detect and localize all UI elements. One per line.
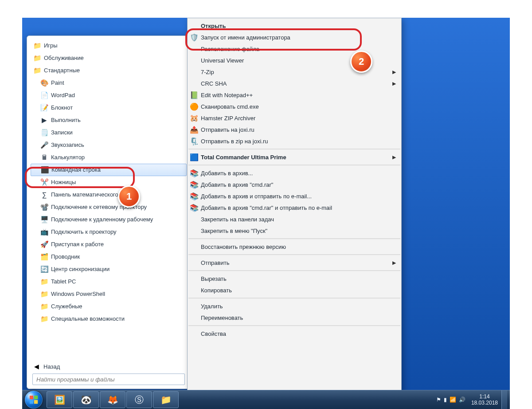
totalcmd-icon: 🟦 [188, 153, 201, 161]
explorer-icon: 🗂️ [40, 253, 48, 261]
start-menu-item[interactable]: 🗒️Записки [31, 126, 187, 139]
shield-icon: 🛡️ [188, 33, 201, 42]
cmd-icon: ⬛ [41, 166, 49, 174]
back-arrow-icon: ◀ [34, 363, 39, 370]
system-tray[interactable]: ⚑▮📶🔊 1:14 18.03.2018 [435, 393, 498, 406]
taskbar-button-app-firefox[interactable]: 🦊 [100, 391, 125, 408]
joxi-zip-icon: 🗜️ [188, 137, 201, 146]
submenu-arrow-icon: ▶ [392, 260, 396, 266]
start-menu-item-label: Подключение к сетевому проектору [51, 203, 147, 212]
start-menu-item[interactable]: 🖩Калькулятор [31, 151, 187, 164]
context-menu-item[interactable]: 📤Отправить на joxi.ru [188, 124, 401, 135]
context-menu-item-label: Расположение файла [201, 46, 396, 52]
context-menu-item-label: Добавить в архив и отправить по e-mail..… [201, 193, 396, 200]
taskbar-button-app-explorer[interactable]: 📁 [153, 391, 179, 408]
start-menu-search-wrap [29, 374, 188, 385]
start-menu-item[interactable]: 📄WordPad [31, 89, 187, 102]
context-menu-item-label: Удалить [201, 303, 396, 310]
joxi-icon: 📤 [188, 126, 201, 134]
context-menu-item[interactable]: 🛡️Запуск от имени администратора [188, 31, 401, 43]
context-menu-item[interactable]: Удалить [188, 300, 401, 312]
context-menu-separator [188, 270, 400, 271]
context-menu-item-label: Копировать [201, 287, 396, 294]
folder-icon: 📁 [40, 303, 48, 311]
search-input[interactable] [32, 374, 185, 385]
tray-icon[interactable]: ▮ [444, 397, 447, 403]
show-desktop-button[interactable] [501, 390, 507, 409]
winrar-icon: 📚 [188, 181, 201, 189]
tray-clock[interactable]: 1:14 18.03.2018 [471, 393, 498, 406]
app-panda-icon: 🐼 [81, 394, 92, 405]
context-menu-item[interactable]: 🐹Hamster ZIP Archiver [188, 112, 401, 124]
context-menu-item[interactable]: 📚Добавить в архив... [188, 167, 401, 179]
context-menu-item[interactable]: 7-Zip▶ [188, 66, 401, 78]
start-menu-item[interactable]: 📁Игры [31, 39, 187, 52]
context-menu-item[interactable]: 📚Добавить в архив "cmd.rar" [188, 179, 401, 190]
context-menu-item-label: Переименовать [201, 315, 396, 321]
start-menu-item[interactable]: 🎨Paint [31, 77, 187, 89]
context-menu-item[interactable]: 📚Добавить в архив и отправить по e-mail.… [188, 190, 401, 202]
start-menu-item[interactable]: 📁Windows PowerShell [31, 288, 187, 300]
start-menu-item[interactable]: 📁Специальные возможности [31, 313, 187, 325]
tray-icon[interactable]: ⚑ [436, 397, 441, 403]
context-menu-item[interactable]: CRC SHA▶ [188, 78, 401, 89]
start-menu-item[interactable]: ⬛Командная строка [31, 164, 187, 176]
start-menu-item[interactable]: 📁Tablet PC [31, 275, 187, 288]
context-menu-item-label: Восстановить прежнюю версию [201, 244, 396, 250]
tray-time: 1:14 [471, 393, 498, 400]
context-menu-item[interactable]: Свойства [188, 328, 401, 339]
start-button[interactable] [25, 391, 43, 409]
taskbar: 🖼️🐼🦊Ⓢ📁 ⚑▮📶🔊 1:14 18.03.2018 [22, 390, 510, 409]
context-menu-item-label: Вырезать [201, 275, 396, 282]
context-menu-item-label: Total Commander Ultima Prime [201, 154, 392, 161]
start-menu-item[interactable]: 📁Обслуживание [31, 52, 187, 64]
submenu-arrow-icon: ▶ [392, 69, 396, 75]
context-menu-item[interactable]: Universal Viewer [188, 55, 401, 66]
context-menu-item-label: CRC SHA [201, 80, 392, 87]
start-menu-item[interactable]: 📺Подключить к проектору [31, 226, 187, 238]
context-menu-item[interactable]: 🟠Сканировать cmd.exe [188, 101, 401, 112]
start-menu-item-label: Блокнот [51, 103, 73, 112]
start-menu-item-label: Игры [44, 41, 58, 50]
context-menu-item[interactable]: Отправить▶ [188, 257, 401, 268]
start-menu-item[interactable]: 📽️Подключение к сетевому проектору [31, 201, 187, 213]
taskbar-button-app-unknown[interactable]: 🖼️ [47, 391, 72, 408]
start-menu-item-label: Служебные [51, 302, 82, 311]
context-menu-item[interactable]: 📗Edit with Notepad++ [188, 89, 401, 101]
taskbar-button-app-skype[interactable]: Ⓢ [126, 391, 152, 408]
avast-icon: 🟠 [188, 102, 201, 111]
start-menu-item[interactable]: ∑Панель математического ввода [31, 189, 187, 201]
start-menu-item[interactable]: 🗂️Проводник [31, 251, 187, 263]
start-menu-item-label: Записки [51, 128, 73, 137]
start-menu-item[interactable]: ✂️Ножницы [31, 176, 187, 189]
start-menu-item[interactable]: ▶Выполнить [31, 114, 187, 126]
context-menu-item[interactable]: Копировать [188, 284, 401, 296]
tray-icon[interactable]: 🔊 [459, 397, 466, 403]
folder-icon: 📁 [33, 42, 41, 50]
context-menu-item[interactable]: Закрепить в меню "Пуск" [188, 225, 401, 236]
start-menu-item[interactable]: 🚀Приступая к работе [31, 238, 187, 251]
context-menu-item[interactable]: 🗜️Отправить в zip на joxi.ru [188, 135, 401, 147]
context-menu-item[interactable]: Восстановить прежнюю версию [188, 241, 401, 252]
context-menu-item[interactable]: Переименовать [188, 312, 401, 323]
context-menu-item[interactable]: Расположение файла [188, 43, 401, 55]
start-menu-item-label: Windows PowerShell [51, 290, 105, 299]
start-menu-item[interactable]: 📝Блокнот [31, 102, 187, 114]
start-menu-item[interactable]: 🖥️Подключение к удаленному рабочему [31, 213, 187, 226]
start-menu-back[interactable]: ◀ Назад [29, 360, 188, 374]
start-menu-item[interactable]: 📁Стандартные [31, 64, 187, 77]
context-menu-item[interactable]: 📚Добавить в архив "cmd.rar" и отправить … [188, 202, 401, 213]
start-menu-item-label: Стандартные [44, 66, 80, 75]
context-menu-item[interactable]: 🟦Total Commander Ultima Prime▶ [188, 151, 401, 163]
context-menu-item[interactable]: Закрепить на панели задач [188, 213, 401, 225]
start-menu-item[interactable]: 📁Служебные [31, 300, 187, 313]
start-menu-item[interactable]: 🎤Звукозапись [31, 139, 187, 151]
context-menu-item-label: Открыть [201, 23, 396, 29]
tray-icon[interactable]: 📶 [450, 397, 456, 403]
context-menu-item[interactable]: Вырезать [188, 273, 401, 284]
taskbar-button-app-panda[interactable]: 🐼 [73, 391, 99, 408]
context-menu-item-label: Отправить [201, 260, 392, 266]
start-menu-item-label: Центр синхронизации [51, 265, 110, 274]
context-menu-item[interactable]: Открыть [188, 20, 401, 31]
start-menu-item[interactable]: 🔄Центр синхронизации [31, 263, 187, 275]
